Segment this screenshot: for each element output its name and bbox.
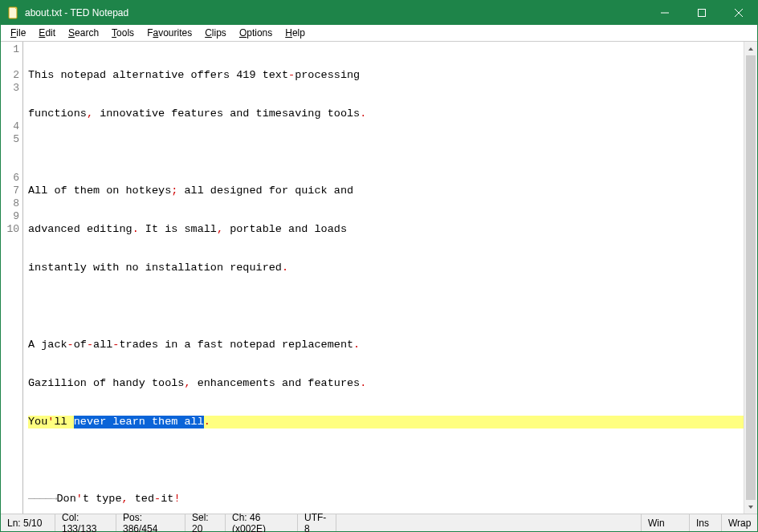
- status-encoding: UTF-8: [298, 514, 336, 531]
- status-wrap: Wrap: [722, 514, 757, 531]
- text-content[interactable]: This notepad alternative offers 419 text…: [23, 42, 757, 514]
- minimize-button[interactable]: [646, 1, 683, 25]
- status-spacer: [336, 514, 642, 531]
- scroll-up-button[interactable]: [744, 42, 757, 55]
- text-selection[interactable]: never learn them all: [74, 416, 204, 428]
- menu-favourites[interactable]: Favourites: [141, 26, 198, 40]
- menubar: File Edit Search Tools Favourites Clips …: [1, 25, 757, 42]
- vertical-scrollbar[interactable]: [744, 42, 757, 514]
- menu-help[interactable]: Help: [279, 26, 312, 40]
- maximize-button[interactable]: [683, 1, 720, 25]
- window-title: about.txt - TED Notepad: [25, 7, 128, 18]
- scrollbar-thumb[interactable]: [746, 55, 756, 500]
- line-number-gutter: 1 2 3 4 5 6 7 8 9 10: [1, 42, 23, 514]
- status-char: Ch: 46 (x002E): [226, 514, 298, 531]
- menu-options[interactable]: Options: [233, 26, 279, 40]
- status-selection: Sel: 20: [185, 514, 226, 531]
- menu-edit[interactable]: Edit: [32, 26, 62, 40]
- close-button[interactable]: [720, 1, 757, 25]
- menu-search[interactable]: Search: [62, 26, 105, 40]
- editor[interactable]: 1 2 3 4 5 6 7 8 9 10 This notepad altern…: [1, 42, 757, 514]
- app-window: about.txt - TED Notepad File Edit Search…: [0, 0, 758, 532]
- current-line[interactable]: You'll never learn them all.: [28, 416, 757, 428]
- status-line: Ln: 5/10: [1, 514, 55, 531]
- window-controls: [646, 1, 757, 25]
- statusbar: Ln: 5/10 Col: 133/133 Pos: 386/454 Sel: …: [1, 514, 757, 531]
- status-eol: Win: [642, 514, 690, 531]
- menu-file[interactable]: File: [4, 26, 32, 40]
- scrollbar-track[interactable]: [744, 55, 757, 500]
- status-column: Col: 133/133: [55, 514, 116, 531]
- app-icon: [7, 6, 20, 19]
- tab-indicator-icon: ————→: [28, 493, 57, 506]
- status-insert-mode: Ins: [690, 514, 722, 531]
- svg-rect-0: [9, 7, 17, 18]
- scroll-down-button[interactable]: [744, 500, 757, 514]
- menu-tools[interactable]: Tools: [105, 26, 141, 40]
- titlebar[interactable]: about.txt - TED Notepad: [1, 1, 757, 25]
- menu-clips[interactable]: Clips: [198, 26, 233, 40]
- svg-rect-2: [699, 10, 706, 17]
- status-position: Pos: 386/454: [116, 514, 185, 531]
